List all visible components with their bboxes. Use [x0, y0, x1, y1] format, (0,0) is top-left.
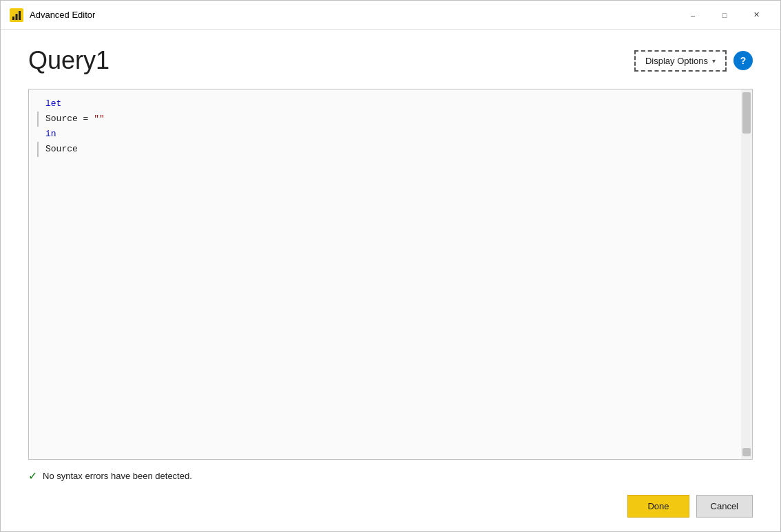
- app-icon: [9, 8, 24, 23]
- code-content[interactable]: let Source = "" in Source: [29, 89, 741, 459]
- svg-rect-1: [12, 17, 14, 20]
- title-bar-text: Advanced Editor: [30, 10, 677, 20]
- content-area: Query1 Display Options ▾ ? let: [1, 30, 780, 531]
- minimize-button[interactable]: –: [677, 4, 709, 26]
- footer-buttons: Done Cancel: [28, 495, 753, 518]
- svg-rect-2: [16, 14, 18, 20]
- header-right: Display Options ▾ ?: [634, 50, 753, 72]
- page-title: Query1: [28, 46, 110, 75]
- keyword-let: let: [45, 96, 61, 111]
- code-line-3: in: [29, 127, 741, 142]
- keyword-in: in: [45, 127, 56, 142]
- code-editor[interactable]: let Source = "" in Source: [28, 89, 753, 460]
- display-options-button[interactable]: Display Options ▾: [634, 50, 727, 72]
- line-bar-3: [37, 127, 40, 142]
- vertical-scrollbar[interactable]: [741, 89, 752, 459]
- dropdown-arrow-icon: ▾: [712, 57, 716, 65]
- window-controls: – □ ✕: [677, 4, 772, 26]
- line-bar-2: [37, 111, 40, 127]
- scrollbar-bottom-btn[interactable]: [742, 448, 751, 456]
- svg-rect-3: [19, 11, 21, 20]
- done-button[interactable]: Done: [627, 495, 689, 518]
- line-bar-1: [37, 96, 40, 111]
- title-bar: Advanced Editor – □ ✕: [1, 1, 780, 30]
- display-options-label: Display Options: [645, 56, 708, 66]
- code-line-2: Source = "": [29, 111, 741, 127]
- line-bar-4: [37, 142, 40, 157]
- advanced-editor-window: Advanced Editor – □ ✕ Query1 Display Opt…: [0, 0, 781, 532]
- page-header: Query1 Display Options ▾ ?: [28, 46, 753, 75]
- string-empty: "": [94, 111, 105, 127]
- check-icon: ✓: [28, 469, 37, 482]
- help-button[interactable]: ?: [733, 51, 753, 70]
- code-line-1: let: [29, 96, 741, 111]
- code-line-4: Source: [29, 142, 741, 157]
- identifier-source: Source: [45, 142, 78, 157]
- status-message: No syntax errors have been detected.: [43, 471, 192, 481]
- maximize-button[interactable]: □: [709, 4, 740, 26]
- close-button[interactable]: ✕: [740, 4, 772, 26]
- scrollbar-thumb[interactable]: [742, 92, 751, 134]
- status-bar: ✓ No syntax errors have been detected.: [28, 465, 753, 487]
- cancel-button[interactable]: Cancel: [696, 495, 753, 518]
- identifier-source-assign: Source =: [45, 111, 94, 127]
